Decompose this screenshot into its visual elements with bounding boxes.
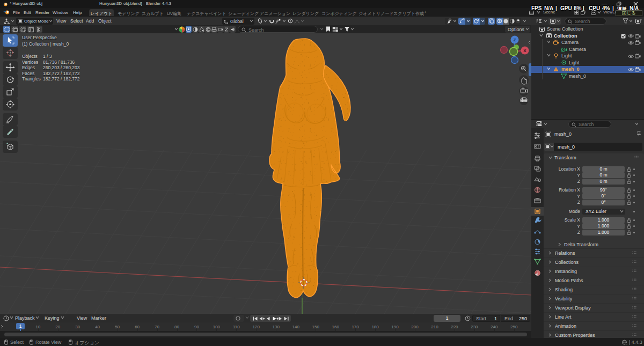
svg-text:X: X bbox=[523, 48, 526, 53]
svg-text:Z: Z bbox=[514, 38, 516, 42]
